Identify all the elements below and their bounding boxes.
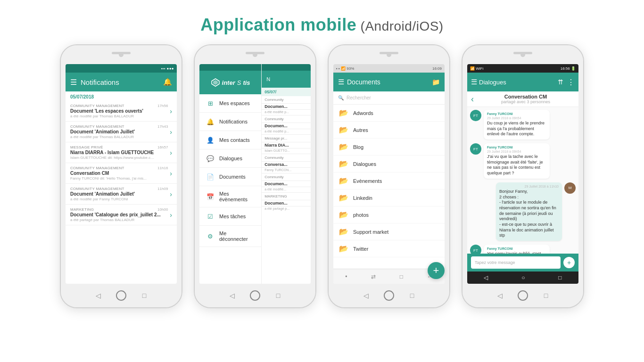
send-button[interactable]: + [563, 257, 575, 268]
notification-icon: 🔔 [206, 117, 215, 126]
right-date: 05/07/ [262, 88, 311, 96]
notif-item-2[interactable]: Community management 17h43 Document 'Ani… [66, 122, 177, 142]
menu-item-espaces[interactable]: ⊞ Mes espaces [199, 94, 261, 113]
nav-square-icon[interactable]: □ [400, 273, 403, 280]
folder-icon: 📂 [339, 108, 348, 117]
folder-photos[interactable]: 📂 photos [333, 206, 445, 223]
speaker-4 [513, 52, 532, 54]
bell-icon[interactable]: 🔔 [163, 78, 172, 86]
status-bar-3: ▪ ▪ 📶 93% 16:09 [333, 64, 445, 73]
notif-item-1[interactable]: Community management 17h56 Document 'Les… [66, 101, 177, 122]
dialogue-hamburger-icon[interactable]: ☰ [471, 78, 477, 86]
system-back-icon[interactable]: ◁ [484, 274, 488, 281]
arrow-icon-6: › [170, 211, 172, 219]
folder-blog[interactable]: 📂 Blog [333, 139, 445, 156]
phone-3-bottom: ◁ □ [329, 284, 449, 307]
chat-msg-4: FT Fanny TURCONI Yes sorry j'avais oubli… [470, 245, 576, 254]
fab-add-button[interactable]: + [428, 262, 445, 279]
notif-content-1: Community management 17h56 Document 'Les… [70, 104, 168, 118]
arrow-icon-2: › [170, 128, 172, 136]
phone-4-screen: 📶 WiFi 16:56 🔋 ☰ Dialogues ⇈ ⋮ ‹ Convers… [467, 64, 578, 284]
home-btn-2[interactable] [250, 290, 260, 301]
arrow-icon-1: › [170, 107, 172, 115]
folder-support[interactable]: 📂 Support market [333, 223, 445, 240]
avatar-moi: M [564, 182, 576, 194]
phone-2-bottom: ◁ □ [195, 284, 315, 307]
notif-date: 05/07/2018 [66, 91, 177, 101]
back-btn-3[interactable]: ◁ [361, 291, 371, 300]
interstis-logo-icon [211, 78, 220, 87]
bubble-1: Fanny TURCONI 29 Juillet 2018 à 09h54 Du… [484, 110, 550, 140]
speaker-2 [246, 52, 264, 54]
right-header: N [262, 71, 311, 88]
recent-btn-1[interactable]: □ [140, 291, 149, 300]
bubble-2: Fanny TURCONI 29 Juillet 2018 à 09h54 J'… [484, 143, 550, 179]
notif-item-4[interactable]: Community management 11h16 Conversation … [66, 163, 177, 184]
nav-dot-icon[interactable]: • [345, 273, 347, 280]
menu-item-notifications[interactable]: 🔔 Notifications [199, 113, 261, 131]
phone-4: 📶 WiFi 16:56 🔋 ☰ Dialogues ⇈ ⋮ ‹ Convers… [462, 44, 584, 308]
folder-evenements[interactable]: 📂 Evènements [333, 173, 445, 189]
recent-btn-4[interactable]: □ [541, 291, 551, 300]
docs-hamburger-icon[interactable]: ☰ [338, 78, 344, 86]
back-btn-4[interactable]: ◁ [495, 291, 504, 300]
notif-item-6[interactable]: MARKETING 10h00 Document 'Catalogue des … [66, 205, 177, 225]
back-btn-1[interactable]: ◁ [93, 291, 103, 300]
more-icon[interactable]: ⋮ [567, 78, 575, 87]
phone-3-screen: ▪ ▪ 📶 93% 16:09 ☰ Documents 📁 🔍 Recherch… [333, 64, 445, 284]
folder-icon-7: 📂 [339, 210, 348, 219]
menu-item-taches[interactable]: ☑ Mes tâches [199, 207, 261, 226]
docs-search-bar[interactable]: 🔍 Rechercher [333, 91, 445, 105]
menu-item-contacts[interactable]: 👤 Mes contacts [199, 131, 261, 149]
phones-row: ▪▪▪ ●●● ☰ Notifications 🔔 05/07/2018 Com… [60, 44, 584, 308]
recent-btn-2[interactable]: □ [273, 291, 283, 300]
notif-item-5[interactable]: Community management 11h09 Document 'Ani… [66, 184, 177, 205]
bubble-3: 29 Juillet 2018 à 11h10 Bonjour Fanny,2 … [496, 182, 562, 241]
home-btn-1[interactable] [116, 290, 126, 301]
folder-autres[interactable]: 📂 Autres [333, 122, 445, 139]
menu-item-deconnecter[interactable]: ⚙ Me déconnecter [199, 226, 261, 247]
folder-twitter[interactable]: 📂 Twitter [333, 240, 445, 257]
system-home-icon[interactable]: ○ [521, 274, 525, 281]
system-nav: ◁ ○ □ [467, 272, 578, 284]
folder-icon-3: 📂 [339, 142, 348, 151]
menu-item-documents[interactable]: 📄 Documents [199, 168, 261, 186]
system-recent-icon[interactable]: □ [558, 274, 561, 281]
home-btn-4[interactable] [518, 290, 528, 301]
arrow-icon-4: › [170, 170, 172, 177]
notif-item-3[interactable]: Message privé 16h57 Niarra DIARRA - Isla… [66, 142, 177, 163]
status-text-1: ▪▪▪ ●●● [161, 66, 174, 71]
avatar-fanny-2: FT [470, 143, 481, 155]
menu-panel: interStis ⊞ Mes espaces 🔔 Notifications … [199, 64, 262, 284]
folder-adwords[interactable]: 📂 Adwords [333, 105, 445, 122]
conv-title: Conversation CM [477, 94, 575, 99]
calendar-icon: 📅 [206, 192, 215, 201]
phone-3: ▪ ▪ 📶 93% 16:09 ☰ Documents 📁 🔍 Recherch… [328, 44, 450, 308]
grid-icon: ⊞ [206, 99, 215, 107]
arrow-icon-3: › [170, 149, 172, 156]
folder-dialogues[interactable]: 📂 Dialogues [333, 156, 445, 173]
phone-4-bottom: ◁ □ [462, 284, 583, 307]
folder-icon-4: 📂 [339, 159, 348, 168]
phone-1-top [61, 45, 182, 64]
folder-icon-5: 📂 [339, 176, 348, 185]
search-icon: 🔍 [338, 95, 344, 100]
chat-input-bar: Tapez votre message + [467, 254, 578, 272]
notif-title: Notifications [81, 78, 159, 86]
home-btn-3[interactable] [384, 290, 394, 301]
phone-2-top [195, 45, 315, 64]
folder-icon-9: 📂 [339, 244, 348, 253]
folder-linkedin[interactable]: 📂 Linkedin [333, 189, 445, 206]
back-arrow-icon[interactable]: ‹ [471, 94, 474, 104]
nav-swap-icon[interactable]: ⇄ [371, 273, 376, 280]
hamburger-icon[interactable]: ☰ [70, 78, 77, 87]
chat-input-field[interactable]: Tapez votre message [471, 256, 561, 269]
docs-header: ☰ Documents 📁 [333, 73, 445, 91]
menu-item-dialogues[interactable]: 💬 Dialogues [199, 149, 261, 168]
menu-item-evenements[interactable]: 📅 Mes évènements [199, 186, 261, 207]
recent-btn-3[interactable]: □ [407, 291, 417, 300]
right-panel: N 05/07/ Community Documen... a été modi… [262, 64, 311, 284]
back-btn-2[interactable]: ◁ [227, 291, 237, 300]
phone-1-screen: ▪▪▪ ●●● ☰ Notifications 🔔 05/07/2018 Com… [66, 64, 177, 284]
bubble-4: Fanny TURCONI Yes sorry j'avais oublié, … [484, 245, 550, 254]
